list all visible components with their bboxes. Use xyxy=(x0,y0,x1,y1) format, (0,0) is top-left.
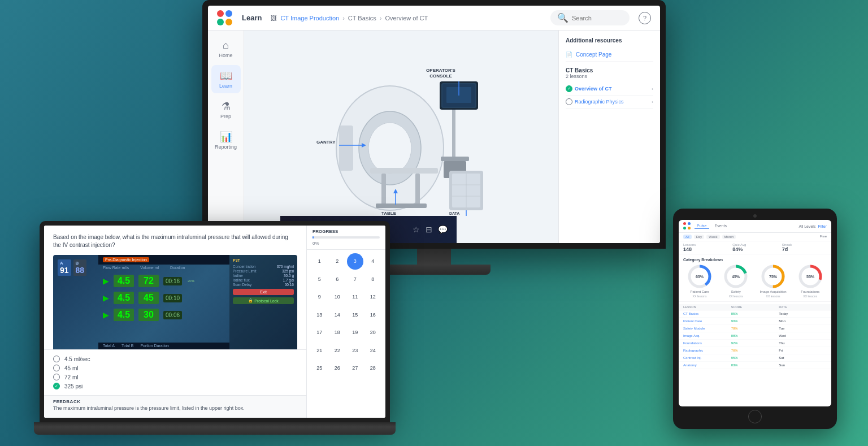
filter-day[interactable]: Day xyxy=(694,235,705,239)
answer-text-1: 4.5 ml/sec xyxy=(64,356,90,362)
sidebar-prep-label: Prep xyxy=(220,114,231,119)
lock-icon: 🔒 xyxy=(248,298,253,303)
stat-3-val: 7d xyxy=(782,246,827,252)
ct-diagram-area: OPERATOR'S CONSOLE GANTRY TABLE DATA ACQ… xyxy=(244,31,558,243)
q-num-19[interactable]: 19 xyxy=(347,324,363,341)
q-num-3[interactable]: 3 xyxy=(347,253,363,270)
breadcrumb-link-1[interactable]: CT Image Production xyxy=(280,15,339,21)
q-num-15[interactable]: 15 xyxy=(347,307,363,323)
filter-month[interactable]: Month xyxy=(722,235,736,239)
q-num-13[interactable]: 13 xyxy=(311,307,328,323)
star-icon[interactable]: ☆ xyxy=(413,225,420,234)
q-num-11[interactable]: 11 xyxy=(347,289,363,305)
progress-percent: 0% xyxy=(313,241,380,246)
comment-icon[interactable]: 💬 xyxy=(438,225,448,234)
lesson-check-empty xyxy=(566,98,572,105)
lesson-item-radiographic[interactable]: Radiographic Physics › xyxy=(566,96,653,109)
q-num-4[interactable]: 4 xyxy=(365,253,381,270)
q-num-7[interactable]: 7 xyxy=(347,271,363,288)
filter-extra: Free xyxy=(820,235,827,239)
q-num-23[interactable]: 23 xyxy=(347,343,363,359)
portion-dur-label: Portion Duration xyxy=(140,344,169,348)
scan-label: Scan Delay xyxy=(233,283,251,287)
answer-option-2[interactable]: 45 ml xyxy=(53,363,297,373)
tab-events[interactable]: Events xyxy=(713,223,729,229)
q-num-14[interactable]: 14 xyxy=(329,307,346,323)
q-num-21[interactable]: 21 xyxy=(311,343,328,359)
tablet-unit: Pulse Events All Levels Filter All Day W… xyxy=(673,209,837,429)
answer-option-4[interactable]: ✓ 325 psi xyxy=(53,382,297,391)
q-num-20[interactable]: 20 xyxy=(365,324,381,341)
protocol-lock-button[interactable]: 🔒 Protocol Lock xyxy=(233,297,294,304)
reporting-icon: 📊 xyxy=(220,131,232,143)
tab-pulse[interactable]: Pulse xyxy=(695,223,709,229)
feedback-label: FEEDBACK xyxy=(53,399,297,404)
exit-button[interactable]: Exit xyxy=(233,289,294,295)
svg-point-2 xyxy=(368,123,411,174)
search-icon: 🔍 xyxy=(557,12,568,23)
app-sidebar: ⌂ Home 📖 Learn ⚗ Prep 📊 xyxy=(208,31,244,243)
additional-resources-title: Additional resources xyxy=(566,37,653,44)
td-name-2: Patient Care xyxy=(683,319,731,323)
breadcrumb: 🖼 CT Image Production › CT Basics › Over… xyxy=(271,15,428,21)
q-num-12[interactable]: 12 xyxy=(365,289,381,305)
breadcrumb-item-2: CT Basics xyxy=(348,15,376,21)
search-bar[interactable]: 🔍 xyxy=(550,10,630,25)
donut-image-acq: 75% Image Acquisition XX lessons xyxy=(760,264,787,298)
q-num-16[interactable]: 16 xyxy=(365,307,381,323)
tablet-filter-link[interactable]: Filter xyxy=(818,224,827,228)
nav-learn-label: Learn xyxy=(242,14,262,22)
q-num-27[interactable]: 27 xyxy=(347,360,363,376)
q-num-1[interactable]: 1 xyxy=(311,253,328,270)
bookmark-icon[interactable]: ⊟ xyxy=(426,225,432,234)
concept-page-label: Concept Page xyxy=(576,51,611,58)
q-num-22[interactable]: 22 xyxy=(329,343,346,359)
sidebar-item-reporting[interactable]: 📊 Reporting xyxy=(211,126,241,154)
td-date-1: Today xyxy=(779,312,827,315)
p3t-title: P3T xyxy=(233,258,294,262)
breadcrumb-sep-2: › xyxy=(380,15,382,21)
q-num-6[interactable]: 6 xyxy=(329,271,346,288)
q-num-28[interactable]: 28 xyxy=(365,360,381,376)
sidebar-item-home[interactable]: ⌂ Home xyxy=(211,35,241,63)
table-row-7: Contrast Inj. 95% Sat xyxy=(679,354,831,362)
q-num-24[interactable]: 24 xyxy=(365,343,381,359)
stat-2: Quiz Avg 84% xyxy=(732,243,777,252)
th-name: LESSON xyxy=(683,305,731,309)
answer-option-1[interactable]: 4.5 ml/sec xyxy=(53,354,297,363)
sidebar-item-prep[interactable]: ⚗ Prep xyxy=(211,96,241,124)
q-num-25[interactable]: 25 xyxy=(311,360,328,376)
quiz-question-area: Based on the image below, what is the ma… xyxy=(44,226,306,349)
q-num-18[interactable]: 18 xyxy=(329,324,346,341)
th-date: DATE xyxy=(779,305,827,309)
radio-1 xyxy=(53,356,60,362)
time-1: 00:16 xyxy=(163,277,182,285)
lesson-item-overview[interactable]: ✓ Overview of CT › xyxy=(566,83,653,96)
q-num-8[interactable]: 8 xyxy=(365,271,381,288)
tablet-home-button[interactable] xyxy=(748,410,762,423)
svg-rect-8 xyxy=(452,103,455,159)
tablet-screen: Pulse Events All Levels Filter All Day W… xyxy=(679,220,831,406)
svg-text:DATA: DATA xyxy=(449,211,459,215)
category-breakdown-title: Category Breakdown xyxy=(683,258,827,262)
progress-panel: PROGRESS 0% 1 2 3 4 5 6 xyxy=(306,226,385,418)
breadcrumb-icon: 🖼 xyxy=(271,15,277,21)
q-num-26[interactable]: 26 xyxy=(329,360,346,376)
donut-label-4: Foundations xyxy=(801,290,819,293)
q-num-5[interactable]: 5 xyxy=(311,271,328,288)
concept-page-link[interactable]: 📄 Concept Page xyxy=(566,48,653,62)
q-num-10[interactable]: 10 xyxy=(329,289,346,305)
tab-logo-blue xyxy=(688,222,691,225)
q-num-17[interactable]: 17 xyxy=(311,324,328,341)
sidebar-item-learn[interactable]: 📖 Learn xyxy=(211,65,241,93)
td-date-2: Mon xyxy=(779,319,827,323)
q-num-9[interactable]: 9 xyxy=(311,289,328,305)
tablet-bezel: Pulse Events All Levels Filter All Day W… xyxy=(673,209,837,429)
answer-option-3[interactable]: 72 ml xyxy=(53,373,297,382)
filter-week[interactable]: Week xyxy=(706,235,719,239)
help-button[interactable]: ? xyxy=(639,12,651,24)
filter-all[interactable]: All xyxy=(683,235,692,239)
search-input[interactable] xyxy=(572,15,623,21)
q-num-2[interactable]: 2 xyxy=(329,253,346,270)
svg-rect-4 xyxy=(370,168,438,174)
